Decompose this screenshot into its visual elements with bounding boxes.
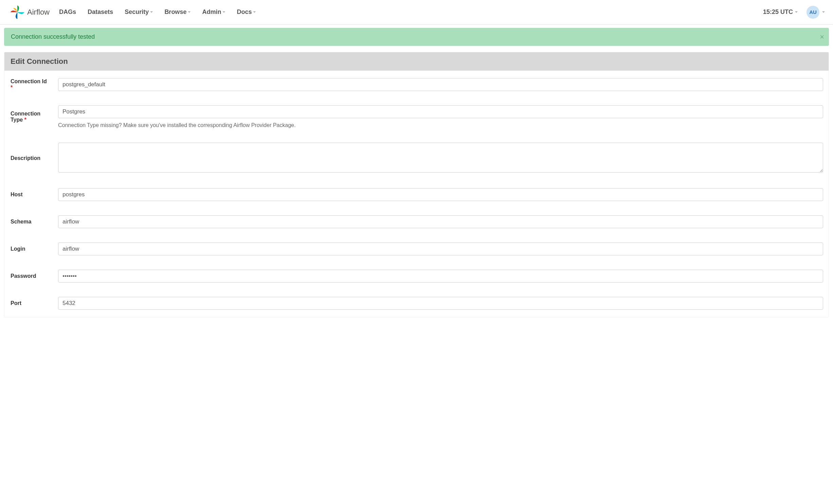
connection-type-help: Connection Type missing? Make sure you'v… bbox=[58, 122, 823, 128]
port-input[interactable] bbox=[58, 297, 823, 310]
chevron-down-icon bbox=[795, 11, 798, 13]
schema-input[interactable] bbox=[58, 215, 823, 228]
label-login: Login bbox=[5, 236, 53, 262]
nav-datasets[interactable]: Datasets bbox=[88, 8, 113, 16]
nav-dags[interactable]: DAGs bbox=[59, 8, 76, 16]
alert-success: Connection successfully tested × bbox=[4, 28, 829, 46]
nav-label: Security bbox=[125, 8, 149, 16]
row-connection-id: Connection Id * bbox=[5, 71, 828, 98]
nav-admin[interactable]: Admin bbox=[202, 8, 225, 16]
row-description: Description bbox=[5, 136, 828, 181]
required-indicator: * bbox=[11, 85, 13, 90]
connection-form: Connection Id * Connection Type * Connec… bbox=[4, 71, 829, 317]
avatar-initials: AU bbox=[809, 9, 817, 15]
row-schema: Schema bbox=[5, 209, 828, 235]
row-password: Password bbox=[5, 263, 828, 289]
nav-docs[interactable]: Docs bbox=[237, 8, 256, 16]
chevron-down-icon bbox=[150, 11, 153, 13]
nav-label: Docs bbox=[237, 8, 252, 16]
nav-list: DAGs Datasets Security Browse Admin Docs bbox=[59, 8, 256, 16]
row-host: Host bbox=[5, 181, 828, 208]
nav-label: Admin bbox=[202, 8, 221, 16]
nav-label: Datasets bbox=[88, 8, 113, 16]
label-connection-type: Connection Type * bbox=[5, 98, 53, 135]
nav-browse[interactable]: Browse bbox=[164, 8, 191, 16]
chevron-down-icon bbox=[188, 11, 191, 13]
login-input[interactable] bbox=[58, 242, 823, 255]
row-login: Login bbox=[5, 236, 828, 262]
host-input[interactable] bbox=[58, 188, 823, 201]
logo[interactable]: Airflow bbox=[10, 4, 50, 20]
airflow-pinwheel-icon bbox=[10, 4, 25, 20]
clock-text: 15:25 UTC bbox=[763, 8, 793, 16]
label-connection-id: Connection Id * bbox=[5, 71, 53, 98]
row-port: Port bbox=[5, 290, 828, 317]
alert-text: Connection successfully tested bbox=[11, 33, 95, 40]
label-port: Port bbox=[5, 290, 53, 317]
brand-text: Airflow bbox=[27, 8, 50, 17]
chevron-down-icon bbox=[223, 11, 225, 13]
page-content: Connection successfully tested × Edit Co… bbox=[0, 24, 833, 318]
panel-title: Edit Connection bbox=[4, 52, 829, 71]
chevron-down-icon bbox=[253, 11, 256, 13]
connection-type-select[interactable] bbox=[58, 105, 823, 118]
description-textarea[interactable] bbox=[58, 143, 823, 173]
navbar: Airflow DAGs Datasets Security Browse Ad… bbox=[0, 0, 833, 24]
close-icon[interactable]: × bbox=[820, 33, 824, 41]
nav-label: Browse bbox=[164, 8, 187, 16]
label-password: Password bbox=[5, 263, 53, 289]
nav-label: DAGs bbox=[59, 8, 76, 16]
chevron-down-icon bbox=[822, 11, 825, 13]
required-indicator: * bbox=[24, 117, 26, 123]
nav-security[interactable]: Security bbox=[125, 8, 153, 16]
label-schema: Schema bbox=[5, 209, 53, 235]
label-host: Host bbox=[5, 181, 53, 208]
label-description: Description bbox=[5, 136, 53, 181]
clock-dropdown[interactable]: 15:25 UTC bbox=[763, 8, 798, 16]
avatar: AU bbox=[807, 6, 819, 19]
edit-connection-panel: Edit Connection Connection Id * Connecti… bbox=[4, 52, 829, 318]
user-menu[interactable]: AU bbox=[807, 6, 825, 19]
row-connection-type: Connection Type * Connection Type missin… bbox=[5, 98, 828, 135]
connection-id-input[interactable] bbox=[58, 78, 823, 91]
password-input[interactable] bbox=[58, 270, 823, 283]
